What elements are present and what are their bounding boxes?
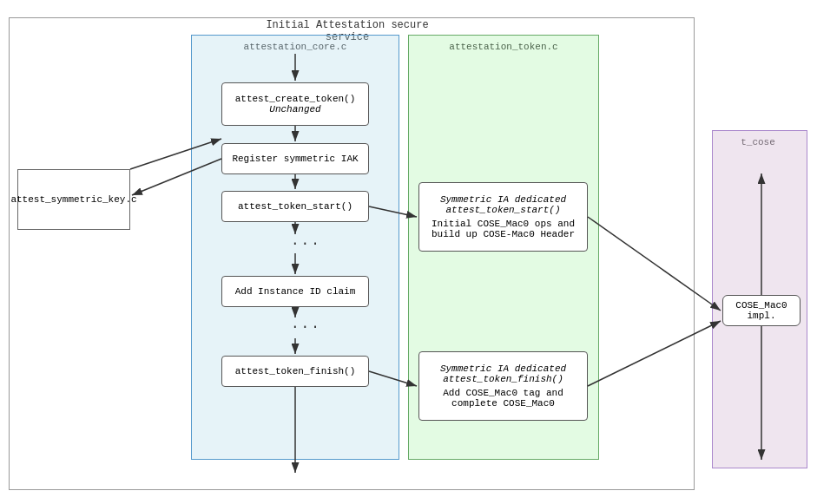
token-start-italic-label: Symmetric IA dedicated (440, 194, 566, 205)
register-iak-label: Register symmetric IAK (232, 154, 358, 164)
add-instance-box: Add Instance ID claim (221, 276, 369, 307)
diagram-container: Initial Attestation secure service attes… (0, 0, 817, 504)
create-token-box: attest_create_token() Unchanged (221, 82, 369, 126)
create-token-label: attest_create_token() (235, 94, 356, 104)
create-token-sub: Unchanged (269, 104, 320, 115)
symkey-box: attest_symmetric_key.c (17, 169, 130, 230)
token-start-label: attest_token_start() (238, 201, 352, 212)
token-start-italic-box: Symmetric IA dedicated attest_token_star… (418, 182, 588, 252)
dots-2: ··· (291, 319, 321, 335)
token-finish-box: attest_token_finish() (221, 356, 369, 387)
add-instance-label: Add Instance ID claim (235, 286, 356, 297)
token-start-box: attest_token_start() (221, 191, 369, 222)
token-finish-desc: Add COSE_Mac0 tag and complete COSE_Mac0 (423, 388, 583, 409)
token-finish-fn-label: attest_token_finish() (443, 374, 563, 384)
token-finish-label: attest_token_finish() (235, 366, 356, 376)
cose-impl-label: COSE_Mac0 impl. (723, 300, 800, 321)
token-start-fn-label: attest_token_start() (445, 205, 560, 215)
token-finish-italic-label: Symmetric IA dedicated (440, 363, 566, 374)
token-start-desc: Initial COSE_Mac0 ops and build up COSE-… (423, 219, 583, 239)
cose-impl-box: COSE_Mac0 impl. (722, 295, 801, 326)
token-finish-italic-box: Symmetric IA dedicated attest_token_fini… (418, 351, 588, 421)
dots-1: ··· (291, 236, 321, 252)
symkey-label: attest_symmetric_key.c (10, 194, 136, 205)
register-iak-box: Register symmetric IAK (221, 143, 369, 174)
